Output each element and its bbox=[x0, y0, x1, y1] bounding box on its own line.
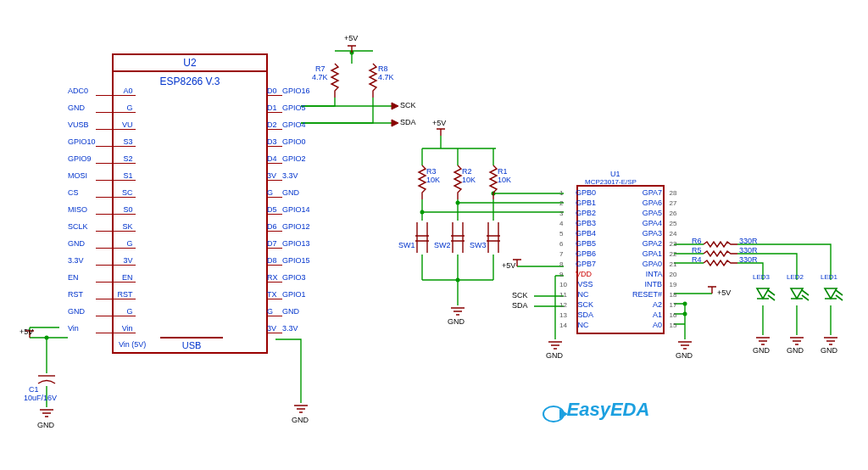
net-sck-d1: SCK bbox=[400, 101, 416, 109]
gnd-esp: GND bbox=[292, 416, 309, 424]
u2-pins-right: D0 GPIO16 D1 GPIO5 D2 GPIO4 D3 GPIO0 D4 … bbox=[267, 87, 326, 341]
r8-ref: R8 bbox=[378, 64, 388, 73]
led1-ref: LED1 bbox=[821, 273, 837, 281]
u1-pins-left: 1 GPB0 2 GPB1 3 GPB2 4 GPB3 5 GPB4 6 GPB… bbox=[559, 188, 596, 331]
u1-ref: U1 bbox=[610, 170, 620, 178]
u2-usb: USB bbox=[160, 337, 223, 352]
c1-val: 10uF/16V bbox=[24, 394, 57, 402]
r1-val: 10K bbox=[498, 176, 511, 184]
gnd-sw: GND bbox=[448, 317, 465, 326]
net-sda-d2: SDA bbox=[400, 118, 416, 126]
u2-ref: U2 bbox=[114, 55, 266, 72]
power-5v-vin: +5V bbox=[19, 327, 33, 336]
sw1-ref: SW1 bbox=[398, 241, 415, 249]
u2-vin5v: Vin (5V) bbox=[119, 340, 146, 349]
svg-point-2 bbox=[420, 210, 425, 215]
easyeda-logo: EasyEDA bbox=[542, 399, 649, 422]
gnd-addr: GND bbox=[676, 351, 693, 360]
led2-ref: LED2 bbox=[787, 273, 804, 281]
power-5v-r78: +5V bbox=[344, 34, 358, 42]
r2-ref: R2 bbox=[462, 167, 472, 176]
sw3-ref: SW3 bbox=[470, 241, 487, 249]
c1-ref: C1 bbox=[29, 385, 39, 394]
r3-ref: R3 bbox=[426, 167, 437, 176]
u2-pins-left: ADC0 A0 GND G VUSB VU GPIO10 S3 GPIO9 S2… bbox=[68, 87, 136, 341]
svg-point-5 bbox=[456, 278, 460, 283]
r3-val: 10K bbox=[426, 176, 440, 184]
r5-val: 330R bbox=[739, 246, 758, 255]
r6-ref: R6 bbox=[692, 237, 702, 245]
r7-val: 4.7K bbox=[312, 73, 328, 81]
r8-val: 4.7K bbox=[378, 73, 394, 81]
power-5v-vdd: +5V bbox=[502, 261, 515, 270]
led3-ref: LED3 bbox=[753, 273, 770, 281]
net-sda-mcp: SDA bbox=[512, 301, 528, 310]
u2-esp8266: U2 ESP8266 V.3 USB Vin (5V) bbox=[112, 53, 268, 354]
svg-point-7 bbox=[683, 302, 687, 306]
logo-text: EasyEDA bbox=[567, 399, 650, 420]
r4-ref: R4 bbox=[692, 255, 702, 264]
gnd-vss: GND bbox=[546, 351, 563, 360]
svg-point-3 bbox=[456, 201, 460, 205]
svg-point-6 bbox=[683, 312, 687, 316]
r5-ref: R5 bbox=[692, 246, 702, 255]
power-5v-reset: +5V bbox=[717, 288, 731, 297]
r1-ref: R1 bbox=[498, 167, 508, 176]
gnd-led3: GND bbox=[753, 346, 770, 355]
u2-title: ESP8266 V.3 bbox=[114, 72, 266, 91]
svg-point-0 bbox=[45, 336, 49, 340]
r4-val: 330R bbox=[739, 255, 758, 264]
r6-val: 330R bbox=[739, 237, 758, 245]
gnd-led1: GND bbox=[821, 346, 837, 355]
u1-pins-right: GPA7 28 GPA6 27 GPA5 26 GPA4 25 GPA3 24 … bbox=[632, 188, 676, 331]
gnd-c1: GND bbox=[37, 421, 54, 429]
r2-val: 10K bbox=[462, 176, 476, 184]
gnd-led2: GND bbox=[787, 346, 804, 355]
u1-part: MCP23017-E/SP bbox=[585, 178, 637, 186]
r7-ref: R7 bbox=[315, 64, 326, 73]
net-sck-mcp: SCK bbox=[512, 291, 528, 299]
power-5v-sw: +5V bbox=[432, 119, 446, 127]
cloud-arrow-icon bbox=[542, 406, 565, 422]
sw2-ref: SW2 bbox=[434, 241, 451, 249]
